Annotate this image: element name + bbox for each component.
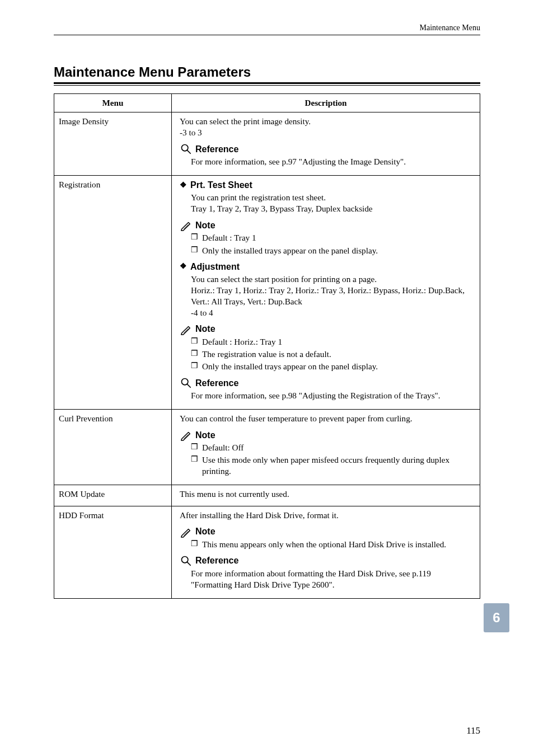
reference-body: For more information, see p.97 "Adjustin… (180, 156, 474, 167)
menu-cell: Curl Prevention (54, 410, 172, 485)
table-header-row: Menu Description (54, 94, 480, 112)
menu-cell: Image Density (54, 112, 172, 176)
subsection-text: You can select the start position for pr… (191, 274, 474, 285)
subsection-text: Horiz.: Tray 1, Horiz.: Tray 2, Horiz.: … (191, 285, 474, 307)
note-icon (180, 429, 192, 441)
svg-line-1 (187, 150, 190, 153)
reference-heading: Reference (180, 377, 474, 389)
list-item: Only the installed trays appear on the p… (191, 245, 474, 256)
table-row: HDD Format After installing the Hard Dis… (54, 506, 480, 598)
desc-range: -3 to 3 (180, 127, 474, 138)
subsection-body: You can print the registration test shee… (180, 192, 474, 214)
note-icon (180, 219, 192, 231)
subsection-heading: ❖ Adjustment (180, 261, 474, 273)
reference-label: Reference (195, 555, 238, 566)
header-rule (54, 35, 480, 35)
menu-cell: HDD Format (54, 506, 172, 598)
desc-cell: You can select the print image density. … (172, 112, 480, 176)
table-row: Curl Prevention You can control the fuse… (54, 410, 480, 485)
list-item: The registration value is not a default. (191, 349, 474, 360)
note-label: Note (195, 429, 216, 441)
running-header: Maintenance Menu (420, 24, 480, 32)
page-section-tab: 6 (484, 603, 509, 632)
subsection-heading: ❖ Prt. Test Sheet (180, 179, 474, 191)
col-header-description: Description (172, 94, 480, 112)
list-item: Only the installed trays appear on the p… (191, 361, 474, 372)
table-row: Image Density You can select the print i… (54, 112, 480, 176)
note-label: Note (195, 219, 216, 231)
desc-cell: This menu is not currently used. (172, 485, 480, 506)
title-rules (54, 82, 480, 86)
note-heading: Note (180, 323, 474, 335)
desc-intro: After installing the Hard Disk Drive, fo… (180, 510, 474, 521)
note-label: Note (195, 323, 216, 335)
note-icon (180, 525, 192, 538)
reference-heading: Reference (180, 143, 474, 155)
diamond-icon: ❖ (180, 181, 187, 189)
subsection-text: You can print the registration test shee… (191, 192, 474, 203)
reference-body: For more information, see p.98 "Adjustin… (180, 390, 474, 401)
desc-intro: You can select the print image density. (180, 116, 474, 127)
reference-icon (180, 555, 192, 567)
menu-cell: ROM Update (54, 485, 172, 506)
desc-cell: You can control the fuser temperature to… (172, 410, 480, 485)
list-item: Default: Off (191, 442, 474, 453)
note-bullets: Default: Off Use this mode only when pap… (180, 442, 474, 477)
page: Maintenance Menu Maintenance Menu Parame… (0, 0, 534, 756)
desc-cell: ❖ Prt. Test Sheet You can print the regi… (172, 176, 480, 410)
svg-line-13 (187, 562, 190, 565)
subsection-text: -4 to 4 (191, 307, 474, 318)
section-title: Maintenance Menu Parameters (54, 64, 480, 80)
subsection-body: You can select the start position for pr… (180, 274, 474, 318)
table-row: Registration ❖ Prt. Test Sheet You can p… (54, 176, 480, 410)
note-bullets: This menu appears only when the optional… (180, 539, 474, 550)
note-bullets: Default : Tray 1 Only the installed tray… (180, 232, 474, 256)
menu-cell: Registration (54, 176, 172, 410)
col-header-menu: Menu (54, 94, 172, 112)
reference-label: Reference (195, 377, 238, 389)
reference-body: For more information about formatting th… (180, 568, 474, 590)
note-label: Note (195, 525, 216, 537)
note-heading: Note (180, 219, 474, 231)
subsection-label: Adjustment (190, 261, 240, 273)
list-item: Default : Tray 1 (191, 232, 474, 243)
list-item: Use this mode only when paper misfeed oc… (191, 454, 474, 477)
subsection-label: Prt. Test Sheet (190, 179, 252, 191)
parameters-table: Menu Description Image Density You can s… (54, 93, 480, 599)
note-heading: Note (180, 429, 474, 441)
reference-icon (180, 377, 192, 389)
page-number: 115 (466, 725, 480, 736)
table-row: ROM Update This menu is not currently us… (54, 485, 480, 506)
svg-line-7 (187, 384, 190, 387)
note-icon (180, 323, 192, 335)
note-bullets: Default : Horiz.: Tray 1 The registratio… (180, 336, 474, 372)
content: Maintenance Menu Parameters Menu Descrip… (54, 64, 480, 599)
list-item: Default : Horiz.: Tray 1 (191, 336, 474, 348)
reference-label: Reference (195, 143, 238, 155)
diamond-icon: ❖ (180, 262, 187, 270)
reference-heading: Reference (180, 555, 474, 567)
note-heading: Note (180, 525, 474, 538)
reference-icon (180, 143, 192, 155)
desc-intro: This menu is not currently used. (180, 489, 474, 500)
desc-cell: After installing the Hard Disk Drive, fo… (172, 506, 480, 598)
subsection-text: Tray 1, Tray 2, Tray 3, Bypass Tray, Dup… (191, 203, 474, 214)
desc-intro: You can control the fuser temperature to… (180, 413, 474, 424)
list-item: This menu appears only when the optional… (191, 539, 474, 550)
